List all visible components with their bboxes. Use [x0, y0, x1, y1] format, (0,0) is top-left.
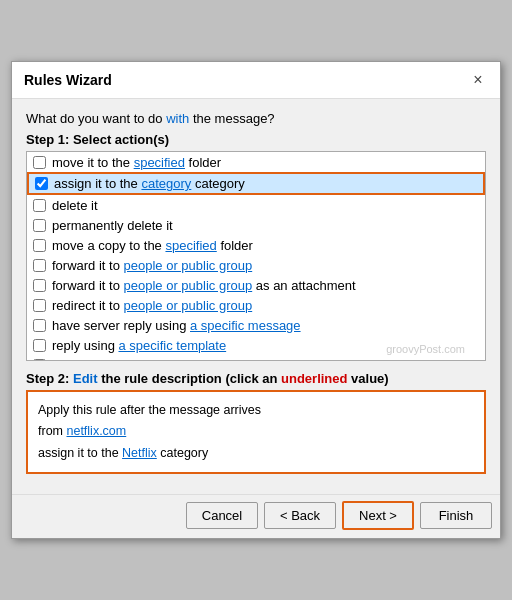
action-text: forward it to people or public group — [52, 258, 252, 273]
step2-line1: Apply this rule after the message arrive… — [38, 400, 474, 421]
action-checkbox[interactable] — [33, 339, 46, 352]
step2-line3: assign it to the Netflix category — [38, 443, 474, 464]
step2-line2: from netflix.com — [38, 421, 474, 442]
action-item[interactable]: forward it to people or public group as … — [27, 275, 485, 295]
button-bar: Cancel < Back Next > Finish — [12, 494, 500, 538]
step2-category-suffix: category — [157, 446, 208, 460]
dialog-body: What do you want to do with the message?… — [12, 99, 500, 494]
action-item-category[interactable]: assign it to the category category — [27, 172, 485, 195]
step2-from-prefix: from — [38, 424, 66, 438]
finish-button[interactable]: Finish — [420, 502, 492, 529]
action-text: move a copy to the specified folder — [52, 238, 253, 253]
cancel-button[interactable]: Cancel — [186, 502, 258, 529]
action-item[interactable]: have server reply using a specific messa… — [27, 315, 485, 335]
action-checkbox[interactable] — [33, 239, 46, 252]
step2-netflix-link[interactable]: netflix.com — [66, 424, 126, 438]
action-item[interactable]: move a copy to the specified folder — [27, 235, 485, 255]
dialog-title: Rules Wizard — [24, 72, 112, 88]
next-button[interactable]: Next > — [342, 501, 414, 530]
rules-wizard-dialog: Rules Wizard × What do you want to do wi… — [11, 61, 501, 539]
action-text: reply using a specific template — [52, 338, 226, 353]
title-bar: Rules Wizard × — [12, 62, 500, 99]
step2-label: Step 2: Edit the rule description (click… — [26, 371, 486, 386]
action-item[interactable]: permanently delete it — [27, 215, 485, 235]
action-text: redirect it to people or public group — [52, 298, 252, 313]
action-item[interactable]: forward it to people or public group — [27, 255, 485, 275]
action-checkbox[interactable] — [33, 299, 46, 312]
action-text: flag message for follow up at this time — [52, 358, 270, 362]
action-checkbox[interactable] — [33, 279, 46, 292]
back-button[interactable]: < Back — [264, 502, 336, 529]
action-item[interactable]: delete it — [27, 195, 485, 215]
action-checkbox[interactable] — [33, 359, 46, 362]
action-text: permanently delete it — [52, 218, 173, 233]
step2-category-link[interactable]: Netflix — [122, 446, 157, 460]
action-text: move it to the specified folder — [52, 155, 221, 170]
question-text: What do you want to do with the message? — [26, 111, 486, 126]
close-button[interactable]: × — [468, 70, 488, 90]
action-checkbox-category[interactable] — [35, 177, 48, 190]
action-checkbox[interactable] — [33, 156, 46, 169]
action-checkbox[interactable] — [33, 199, 46, 212]
action-text: forward it to people or public group as … — [52, 278, 356, 293]
action-item[interactable]: reply using a specific template — [27, 335, 485, 355]
action-item[interactable]: flag message for follow up at this time — [27, 355, 485, 361]
step2-description-box: Apply this rule after the message arrive… — [26, 390, 486, 474]
action-text: have server reply using a specific messa… — [52, 318, 301, 333]
action-item[interactable]: redirect it to people or public group — [27, 295, 485, 315]
actions-list[interactable]: move it to the specified folder assign i… — [26, 151, 486, 361]
action-checkbox[interactable] — [33, 219, 46, 232]
action-text: delete it — [52, 198, 98, 213]
action-text-category: assign it to the category category — [54, 176, 245, 191]
step2-assign-prefix: assign it to the — [38, 446, 122, 460]
action-checkbox[interactable] — [33, 319, 46, 332]
action-checkbox[interactable] — [33, 259, 46, 272]
action-item[interactable]: move it to the specified folder — [27, 152, 485, 172]
step1-label: Step 1: Select action(s) — [26, 132, 486, 147]
